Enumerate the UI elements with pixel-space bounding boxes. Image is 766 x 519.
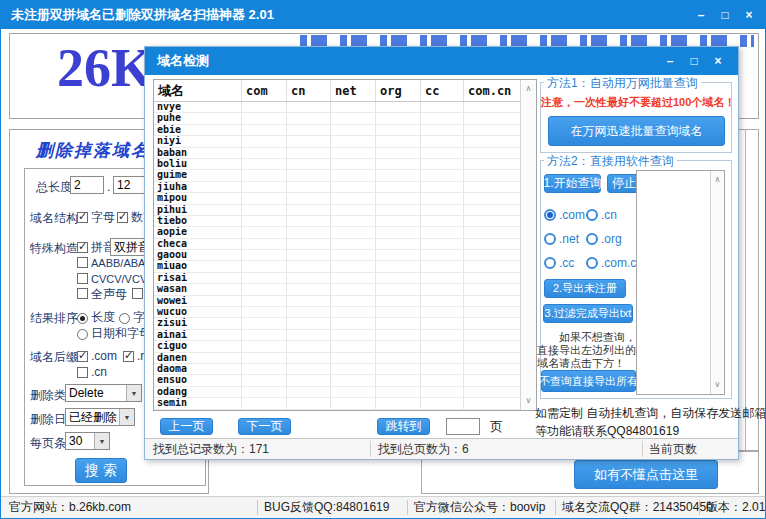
close-icon[interactable]: × <box>706 47 730 75</box>
query-result-listbox[interactable]: ∧ ∨ <box>636 170 725 395</box>
scroll-down-icon[interactable]: ∨ <box>711 378 724 392</box>
table-row[interactable]: nvye <box>154 102 520 113</box>
domain-cell: jiuha <box>154 182 242 192</box>
radio-sort-date[interactable] <box>77 329 88 340</box>
table-row[interactable]: checa <box>154 239 520 250</box>
table-row[interactable]: guime <box>154 170 520 181</box>
radio-tld-cc[interactable] <box>544 257 556 269</box>
checkbox-shou[interactable] <box>132 288 143 299</box>
maximize-icon[interactable]: □ <box>682 47 706 75</box>
search-button[interactable]: 搜 索 <box>75 458 127 483</box>
delete-date-select[interactable]: 已经删除 ▼ <box>65 408 135 426</box>
domain-cell: tiebo <box>154 216 242 226</box>
total-records-text: 找到总记录数为：171 <box>153 439 269 459</box>
scroll-down-icon[interactable]: ∨ <box>521 394 536 408</box>
column-header-org[interactable]: org <box>376 80 421 101</box>
scroll-up-icon[interactable]: ∧ <box>711 173 724 187</box>
table-row[interactable]: ensuo <box>154 375 520 386</box>
table-row[interactable]: pihui <box>154 205 520 216</box>
checkbox-letter[interactable] <box>77 212 88 223</box>
column-header-comcn[interactable]: com.cn <box>464 80 520 101</box>
radio-tld-cn[interactable] <box>586 209 598 221</box>
result-cell <box>331 159 376 169</box>
table-row[interactable]: risai <box>154 273 520 284</box>
method1-title: 方法1：自动用万网批量查询 <box>544 75 701 92</box>
results-scrollbar[interactable] <box>745 130 746 450</box>
filter-export-button[interactable]: 3.过滤完成导出txt <box>543 304 633 323</box>
table-row[interactable]: semin <box>154 398 520 409</box>
table-row[interactable]: tiebo <box>154 216 520 227</box>
checkbox-pinyin[interactable] <box>77 242 88 253</box>
maximize-icon[interactable]: □ <box>713 1 737 29</box>
column-header-net[interactable]: net <box>331 80 376 101</box>
radio-tld-net[interactable] <box>544 233 556 245</box>
page-size-select[interactable]: 30 ▼ <box>65 432 110 450</box>
checkbox-shengmu[interactable] <box>77 288 88 299</box>
radio-tld-comcn[interactable] <box>586 257 598 269</box>
radio-sort-length[interactable] <box>77 313 88 324</box>
result-cell <box>242 239 287 249</box>
dropdown-arrow-icon[interactable]: ▼ <box>126 385 141 401</box>
column-header-domain[interactable]: 域名 <box>154 80 242 101</box>
export-unregistered-button[interactable]: 2.导出未注册 <box>544 279 626 298</box>
radio-tld-cn-label: .cn <box>601 208 617 222</box>
delete-type-select[interactable]: Delete ▼ <box>65 384 142 402</box>
checkbox-digit[interactable] <box>117 212 128 223</box>
checkbox-aabb[interactable] <box>77 257 88 268</box>
scroll-up-icon[interactable]: ∧ <box>521 82 536 96</box>
table-scrollbar[interactable]: ∧ ∨ <box>520 80 536 410</box>
length-min-input[interactable] <box>70 176 104 194</box>
table-row[interactable]: wucuo <box>154 307 520 318</box>
checkbox-com[interactable] <box>77 351 88 362</box>
table-row[interactable]: miuao <box>154 261 520 272</box>
result-cell <box>376 341 421 351</box>
jump-page-button[interactable]: 跳转到 <box>377 418 430 435</box>
result-cell <box>421 364 464 374</box>
table-row[interactable]: zisui <box>154 318 520 329</box>
table-row[interactable]: mipou <box>154 193 520 204</box>
checkbox-cn[interactable] <box>77 367 88 378</box>
table-row[interactable]: puhe <box>154 113 520 124</box>
minimize-icon[interactable]: – <box>658 47 682 75</box>
table-row[interactable]: niyi <box>154 136 520 147</box>
minimize-icon[interactable]: – <box>689 1 713 29</box>
listbox-scrollbar[interactable]: ∧ ∨ <box>710 171 724 394</box>
table-row[interactable]: ciguo <box>154 341 520 352</box>
table-row[interactable]: odang <box>154 387 520 398</box>
domain-table-body: nvyepuheebieniyibabanboliuguimejiuhamipo… <box>154 102 520 410</box>
table-row[interactable]: aopie <box>154 227 520 238</box>
table-row[interactable]: wasan <box>154 284 520 295</box>
checkbox-net[interactable] <box>123 351 134 362</box>
result-cell <box>376 159 421 169</box>
column-header-cn[interactable]: cn <box>287 80 331 101</box>
table-row[interactable]: gaoou <box>154 250 520 261</box>
start-query-button[interactable]: 1.开始查询 <box>544 174 601 193</box>
column-header-cc[interactable]: cc <box>421 80 464 101</box>
export-all-button[interactable]: 不查询直接导出所有 <box>541 370 636 392</box>
length-separator: . <box>107 180 110 194</box>
radio-sort-letter[interactable] <box>119 313 130 324</box>
result-cell <box>376 353 421 363</box>
help-button[interactable]: 如有不懂点击这里 <box>574 460 718 489</box>
radio-tld-org[interactable] <box>586 233 598 245</box>
checkbox-cvcv[interactable] <box>77 273 88 284</box>
result-cell <box>242 250 287 260</box>
table-row[interactable]: danen <box>154 353 520 364</box>
column-header-com[interactable]: com <box>242 80 287 101</box>
table-row[interactable]: boliu <box>154 159 520 170</box>
wanwang-query-button[interactable]: 在万网迅速批量查询域名 <box>548 116 725 146</box>
prev-page-button[interactable]: 上一页 <box>160 418 213 435</box>
page-number-input[interactable] <box>446 418 480 435</box>
table-row[interactable]: ebie <box>154 125 520 136</box>
table-row[interactable]: wowei <box>154 296 520 307</box>
result-cell <box>242 341 287 351</box>
table-row[interactable]: baban <box>154 148 520 159</box>
next-page-button[interactable]: 下一页 <box>238 418 291 435</box>
close-icon[interactable]: × <box>737 1 761 29</box>
dropdown-arrow-icon[interactable]: ▼ <box>119 409 134 425</box>
dropdown-arrow-icon[interactable]: ▼ <box>94 433 109 449</box>
table-row[interactable]: jiuha <box>154 182 520 193</box>
table-row[interactable]: daoma <box>154 364 520 375</box>
table-row[interactable]: ainai <box>154 330 520 341</box>
radio-tld-com[interactable] <box>544 209 556 221</box>
